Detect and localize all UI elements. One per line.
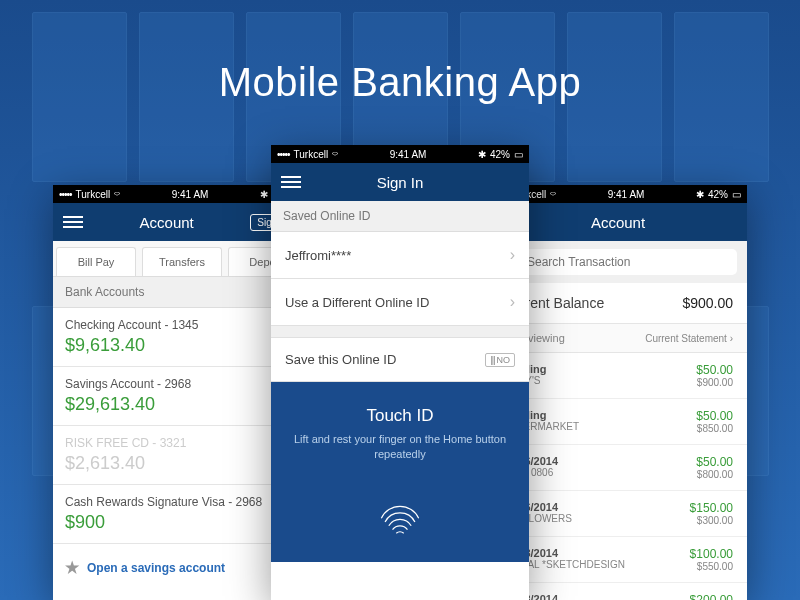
txn-amount: $50.00 xyxy=(696,363,733,377)
phone-signin: •••••Turkcell⌔ 9:41 AM ✱42%▭ Sign In Sav… xyxy=(271,145,529,600)
balance-amount: $900.00 xyxy=(682,295,733,311)
saved-id-header: Saved Online ID xyxy=(271,201,529,232)
txn-amount: $200.00 xyxy=(690,593,733,600)
save-id-toggle-row[interactable]: Save this Online ID |||NO xyxy=(271,338,529,382)
txn-balance: $850.00 xyxy=(696,423,733,434)
account-balance: $2,613.40 xyxy=(65,453,299,474)
nav-bar: Sign In xyxy=(271,163,529,201)
txn-balance: $550.00 xyxy=(690,561,733,572)
bluetooth-icon: ✱ xyxy=(260,189,268,200)
carrier-label: Turkcell xyxy=(294,149,329,160)
saved-id-value: Jeffromi**** xyxy=(285,248,351,263)
phone-mockups: •••••Turkcell⌔ 9:41 AM ✱42%▭ Account Sig… xyxy=(0,145,800,600)
touchid-panel: Touch ID Lift and rest your finger on th… xyxy=(271,382,529,562)
nav-title: Account xyxy=(519,214,717,231)
battery-label: 42% xyxy=(708,189,728,200)
txn-balance: $800.00 xyxy=(696,469,733,480)
touchid-subtitle: Lift and rest your finger on the Home bu… xyxy=(291,432,509,463)
hero-title: Mobile Banking App xyxy=(0,60,800,105)
signal-icon: ••••• xyxy=(59,189,72,200)
chevron-right-icon: › xyxy=(510,293,515,311)
wifi-icon: ⌔ xyxy=(550,189,556,200)
txn-amount: $150.00 xyxy=(690,501,733,515)
search-input[interactable] xyxy=(499,249,737,275)
battery-label: 42% xyxy=(490,149,510,160)
different-id-label: Use a Different Online ID xyxy=(285,295,429,310)
different-id-row[interactable]: Use a Different Online ID › xyxy=(271,279,529,326)
touchid-title: Touch ID xyxy=(291,406,509,426)
save-id-label: Save this Online ID xyxy=(285,352,396,367)
tab-billpay[interactable]: Bill Pay xyxy=(56,247,136,276)
toggle-switch[interactable]: |||NO xyxy=(485,353,515,367)
promo-label: Open a savings account xyxy=(87,561,225,575)
battery-icon: ▭ xyxy=(514,149,523,160)
wifi-icon: ⌔ xyxy=(114,189,120,200)
account-balance: $900 xyxy=(65,512,299,533)
status-bar: •••••Turkcell⌔ 9:41 AM ✱42%▭ xyxy=(271,145,529,163)
battery-icon: ▭ xyxy=(732,189,741,200)
menu-icon[interactable] xyxy=(281,176,301,188)
account-balance: $9,613.40 xyxy=(65,335,299,356)
txn-balance: $900.00 xyxy=(696,377,733,388)
clock-label: 9:41 AM xyxy=(608,189,645,200)
txn-amount: $50.00 xyxy=(696,409,733,423)
carrier-label: Turkcell xyxy=(76,189,111,200)
txn-amount: $100.00 xyxy=(690,547,733,561)
nav-title: Account xyxy=(83,214,250,231)
nav-title: Sign In xyxy=(301,174,499,191)
toggle-state: NO xyxy=(497,355,511,365)
fingerprint-icon xyxy=(372,481,428,537)
chevron-right-icon: › xyxy=(510,246,515,264)
account-name: Checking Account - 1345 xyxy=(65,318,299,332)
account-name: RISK FREE CD - 3321 xyxy=(65,436,299,450)
wifi-icon: ⌔ xyxy=(332,149,338,160)
menu-icon[interactable] xyxy=(63,216,83,228)
txn-balance: $300.00 xyxy=(690,515,733,526)
txn-amount: $50.00 xyxy=(696,455,733,469)
star-icon: ★ xyxy=(65,558,79,577)
signal-icon: ••••• xyxy=(277,149,290,160)
bluetooth-icon: ✱ xyxy=(696,189,704,200)
account-name: Cash Rewards Signature Visa - 2968 xyxy=(65,495,299,509)
account-name: Savings Account - 2968 xyxy=(65,377,299,391)
account-balance: $29,613.40 xyxy=(65,394,299,415)
tab-transfers[interactable]: Transfers xyxy=(142,247,222,276)
clock-label: 9:41 AM xyxy=(172,189,209,200)
bluetooth-icon: ✱ xyxy=(478,149,486,160)
clock-label: 9:41 AM xyxy=(390,149,427,160)
saved-id-row[interactable]: Jeffromi**** › xyxy=(271,232,529,279)
statement-link[interactable]: Current Statement › xyxy=(645,333,733,344)
